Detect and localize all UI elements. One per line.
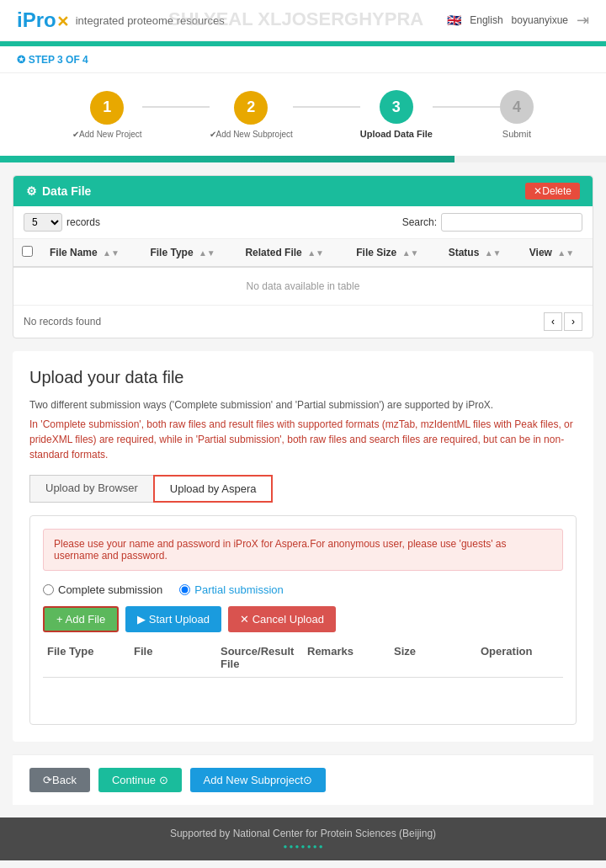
step-4-label: Submit: [502, 129, 531, 139]
logo-area: iPro✕ integrated proteome resources: [17, 8, 225, 32]
no-records-text: No records found: [24, 316, 101, 327]
aspera-notice: Please use your name and password in iPr…: [43, 529, 563, 571]
sort-icon-status[interactable]: ▲▼: [485, 248, 502, 258]
header-right: 🇬🇧 English boyuanyixue ⇥: [447, 11, 589, 29]
logout-icon[interactable]: ⇥: [577, 11, 589, 29]
data-table: File Name ▲▼ File Type ▲▼ Related File ▲…: [13, 239, 593, 306]
th-filetype: File Type ▲▼: [141, 239, 237, 267]
records-per-page[interactable]: 5 10 25: [24, 213, 62, 232]
submission-type-radios: Complete submission Partial submission: [43, 583, 563, 596]
logo-subtitle: integrated proteome resources: [76, 14, 225, 27]
step-4-circle: 4: [500, 90, 534, 124]
th-checkbox: [13, 239, 41, 267]
table-controls: 5 10 25 records Search:: [13, 206, 593, 239]
th-view: View ▲▼: [521, 239, 593, 267]
radio-partial[interactable]: Partial submission: [179, 583, 284, 596]
records-select: 5 10 25 records: [24, 213, 100, 232]
step-1: 1 ✔Add New Project: [72, 91, 141, 139]
delete-button[interactable]: ✕Delete: [525, 183, 580, 200]
th-filename: File Name ▲▼: [41, 239, 141, 267]
th-relatedfile: Related File ▲▼: [237, 239, 348, 267]
continue-button[interactable]: Continue ⊙: [98, 768, 182, 792]
add-subproject-button[interactable]: Add New Subproject⊙: [190, 768, 327, 792]
sort-icon-filename[interactable]: ▲▼: [103, 248, 120, 258]
sort-icon-filesize[interactable]: ▲▼: [402, 248, 419, 258]
action-buttons: + Add File ▶ Start Upload ✕ Cancel Uploa…: [43, 606, 563, 632]
logo: iPro✕: [17, 8, 69, 32]
search-label: Search:: [402, 216, 437, 228]
next-page-button[interactable]: ›: [564, 312, 582, 331]
step-label: STEP 3 OF 4: [29, 54, 88, 66]
footer: Supported by National Center for Protein…: [0, 817, 606, 860]
upload-col-remarks: Remarks: [303, 645, 390, 670]
no-data-message: No data available in table: [13, 267, 593, 306]
search-input[interactable]: [441, 213, 582, 232]
th-filesize: File Size ▲▼: [348, 239, 439, 267]
add-file-button[interactable]: + Add File: [43, 606, 119, 632]
sort-icon-view[interactable]: ▲▼: [557, 248, 574, 258]
upload-rows-area: [43, 678, 563, 711]
radio-complete-label: Complete submission: [58, 583, 162, 596]
sort-icon-relatedfile[interactable]: ▲▼: [307, 248, 324, 258]
tab-aspera[interactable]: Upload by Aspera: [153, 475, 274, 503]
bottom-nav: ⟳Back Continue ⊙ Add New Subproject⊙: [13, 754, 593, 805]
sort-icon-filetype[interactable]: ▲▼: [199, 248, 215, 258]
step-prefix: ✪: [17, 54, 25, 66]
prev-page-button[interactable]: ‹: [544, 312, 562, 331]
step-connector-2: [293, 106, 360, 108]
section-title-text: Data File: [42, 184, 91, 198]
pagination-buttons: ‹ ›: [544, 312, 582, 331]
step-1-circle: 1: [90, 91, 124, 125]
select-all-checkbox[interactable]: [22, 246, 33, 257]
radio-complete[interactable]: Complete submission: [43, 583, 162, 596]
upload-col-source: Source/Result File: [216, 645, 303, 670]
progress-bar-container: [0, 156, 606, 162]
step-header: ✪ STEP 3 OF 4: [0, 46, 606, 73]
upload-col-file: File: [130, 645, 216, 670]
radio-complete-input[interactable]: [43, 584, 54, 595]
header: iPro✕ integrated proteome resources SHLY…: [0, 0, 606, 41]
step-1-label: ✔Add New Project: [72, 130, 141, 139]
cancel-upload-button[interactable]: ✕ Cancel Upload: [228, 606, 336, 632]
section-header: ⚙ Data File ✕Delete: [13, 176, 593, 206]
steps-container: 1 ✔Add New Project 2 ✔Add New Subproject…: [0, 73, 606, 156]
step-2: 2 ✔Add New Subproject: [210, 91, 293, 139]
step-3-circle: 3: [380, 90, 413, 124]
radio-partial-input[interactable]: [179, 584, 190, 595]
upload-desc1: Two different submission ways ('Complete…: [29, 397, 577, 413]
records-label: records: [66, 216, 100, 228]
section-title: ⚙ Data File: [26, 184, 91, 198]
step-connector-1: [142, 106, 210, 108]
upload-col-size: Size: [390, 645, 476, 670]
upload-panel: Please use your name and password in iPr…: [29, 515, 577, 725]
upload-tabs: Upload by Browser Upload by Aspera: [29, 475, 577, 503]
step-4: 4 Submit: [500, 90, 534, 139]
progress-bar-fill: [0, 156, 454, 162]
upload-table-header: File Type File Source/Result File Remark…: [43, 645, 563, 678]
step-connector-3: [433, 106, 500, 108]
step-2-circle: 2: [234, 91, 268, 125]
start-upload-button[interactable]: ▶ Start Upload: [125, 606, 221, 632]
step-2-label: ✔Add New Subproject: [210, 130, 293, 139]
username: boyuanyixue: [512, 14, 568, 26]
step-3: 3 Upload Data File: [360, 90, 433, 139]
upload-col-filetype: File Type: [43, 645, 130, 670]
upload-desc2: In 'Complete submission', both raw files…: [29, 417, 577, 462]
step-3-label: Upload Data File: [360, 129, 433, 139]
tab-browser[interactable]: Upload by Browser: [29, 475, 153, 503]
footer-text: Supported by National Center for Protein…: [170, 828, 436, 839]
back-button[interactable]: ⟳Back: [29, 768, 90, 792]
th-status: Status ▲▼: [440, 239, 521, 267]
content-area: Upload your data file Two different subm…: [13, 351, 593, 742]
footer-dots: ● ● ● ● ● ● ●: [10, 843, 596, 850]
data-file-section: ⚙ Data File ✕Delete 5 10 25 records Sear…: [13, 175, 593, 338]
upload-col-operation: Operation: [476, 645, 563, 670]
table-footer: No records found ‹ ›: [13, 306, 593, 338]
lang-label[interactable]: English: [470, 14, 502, 26]
flag-icon: 🇬🇧: [447, 13, 461, 27]
upload-title: Upload your data file: [29, 368, 577, 387]
search-area: Search:: [402, 213, 582, 232]
radio-partial-label: Partial submission: [194, 583, 284, 596]
section-icon: ⚙: [26, 184, 37, 198]
